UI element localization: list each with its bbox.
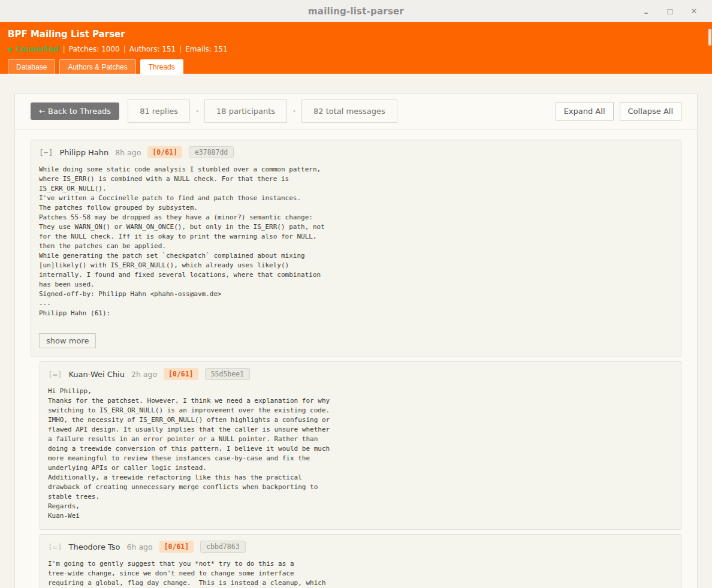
- connected-status: Connected: [16, 45, 59, 53]
- message-time: 8h ago: [115, 148, 141, 157]
- app-header: BPF Mailing List Parser ● Connected | Pa…: [0, 22, 712, 74]
- tab-database[interactable]: Database: [8, 59, 55, 75]
- patches-count: Patches: 1000: [69, 45, 120, 53]
- window-controls: – ◻ ✕: [634, 0, 706, 22]
- message-header: [−] Philipp Hahn 8h ago [0/61] e37887dd: [39, 146, 673, 158]
- message-card: [=] Kuan-Wei Chiu 2h ago [0/61] 55d5bee1…: [40, 361, 681, 530]
- emails-count: Emails: 151: [185, 45, 227, 53]
- message-body: While doing some static code analysis I …: [39, 165, 673, 318]
- patch-count-badge: [0/61]: [159, 541, 194, 553]
- app-title: BPF Mailing List Parser: [8, 29, 704, 40]
- back-to-threads-button[interactable]: ← Back to Threads: [31, 102, 119, 120]
- authors-count: Authors: 151: [129, 45, 176, 53]
- message-author: Kuan-Wei Chiu: [68, 370, 125, 379]
- patch-count-badge: [0/61]: [147, 146, 182, 158]
- stat-separator-dot: •: [195, 108, 199, 114]
- expand-all-button[interactable]: Expand All: [556, 102, 614, 120]
- status-line: ● Connected | Patches: 1000 | Authors: 1…: [8, 45, 704, 53]
- total-messages-stat: 82 total messages: [301, 99, 397, 123]
- minimize-button[interactable]: –: [634, 0, 658, 22]
- close-button[interactable]: ✕: [682, 0, 706, 22]
- show-more-button[interactable]: show more: [39, 333, 96, 348]
- scrollbar-thumb[interactable]: [708, 29, 711, 46]
- tab-threads[interactable]: Threads: [140, 59, 183, 75]
- window-title: mailing-list-parser: [308, 6, 404, 17]
- main-area: ← Back to Threads 81 replies • 18 partic…: [0, 74, 712, 588]
- stat-separator-dot: •: [292, 108, 296, 114]
- collapse-toggle[interactable]: [=]: [48, 370, 62, 379]
- os-titlebar: mailing-list-parser – ◻ ✕: [0, 0, 712, 22]
- replies-stat: 81 replies: [128, 99, 190, 123]
- message-card: [=] Theodore Tso 6h ago [0/61] cbbd7863 …: [40, 534, 681, 588]
- commit-hash-badge: 55d5bee1: [205, 368, 250, 380]
- collapse-all-button[interactable]: Collapse All: [620, 102, 682, 120]
- message-header: [=] Kuan-Wei Chiu 2h ago [0/61] 55d5bee1: [48, 368, 673, 380]
- threads-panel: ← Back to Threads 81 replies • 18 partic…: [14, 93, 698, 588]
- tab-authors-patches[interactable]: Authors & Patches: [59, 59, 135, 75]
- status-separator: |: [179, 45, 182, 53]
- message-body: Hi Philipp, Thanks for the patchset. How…: [48, 387, 673, 521]
- status-separator: |: [123, 45, 126, 53]
- maximize-button[interactable]: ◻: [658, 0, 682, 22]
- message-card: [−] Philipp Hahn 8h ago [0/61] e37887dd …: [31, 140, 681, 357]
- commit-hash-badge: cbbd7863: [200, 541, 245, 553]
- collapse-toggle[interactable]: [−]: [39, 148, 53, 157]
- message-time: 2h ago: [131, 370, 157, 379]
- tab-bar: Database Authors & Patches Threads: [8, 59, 704, 75]
- collapse-toggle[interactable]: [=]: [48, 542, 62, 551]
- message-author: Philipp Hahn: [59, 148, 108, 157]
- message-header: [=] Theodore Tso 6h ago [0/61] cbbd7863: [48, 541, 673, 553]
- message-list: [−] Philipp Hahn 8h ago [0/61] e37887dd …: [15, 129, 697, 588]
- connected-dot-icon: ●: [8, 46, 13, 52]
- message-time: 6h ago: [127, 542, 153, 551]
- patch-count-badge: [0/61]: [164, 368, 198, 380]
- commit-hash-badge: e37887dd: [189, 146, 234, 158]
- participants-stat: 18 participants: [204, 99, 287, 123]
- message-author: Theodore Tso: [68, 542, 120, 551]
- thread-toolbar: ← Back to Threads 81 replies • 18 partic…: [15, 94, 697, 129]
- status-separator: |: [63, 45, 65, 53]
- message-body: I'm going to gently suggest that you *no…: [48, 559, 673, 588]
